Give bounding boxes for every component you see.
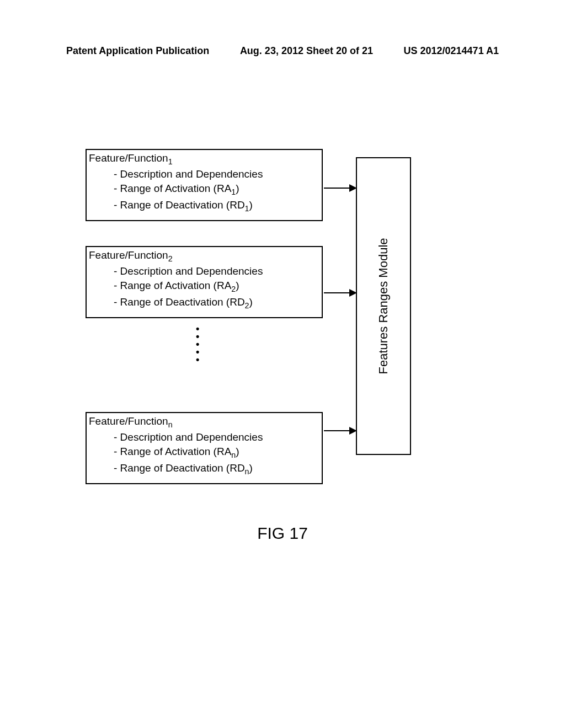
feature-2-item-2: - Range of Activation (RA2) <box>114 279 317 295</box>
features-ranges-module-box: Features Ranges Module <box>356 157 411 455</box>
feature-box-1: Feature/Function1 - Description and Depe… <box>86 149 323 221</box>
feature-items-1: - Description and Dependencies - Range o… <box>89 167 317 215</box>
feature-1-item-2: - Range of Activation (RA1) <box>114 181 317 198</box>
feature-1-item-3: - Range of Deactivation (RD1) <box>114 198 317 215</box>
arrow-3 <box>324 430 356 431</box>
figure-label: FIG 17 <box>257 524 308 543</box>
page-header: Patent Application Publication Aug. 23, … <box>0 45 565 57</box>
feature-items-n: - Description and Dependencies - Range o… <box>89 430 317 478</box>
feature-box-2: Feature/Function2 - Description and Depe… <box>86 246 323 318</box>
feature-box-n: Feature/Functionn - Description and Depe… <box>86 412 323 484</box>
feature-2-item-3: - Range of Deactivation (RD2) <box>114 295 317 312</box>
features-ranges-module-label: Features Ranges Module <box>376 238 391 374</box>
feature-2-item-1: - Description and Dependencies <box>114 264 317 279</box>
feature-items-2: - Description and Dependencies - Range o… <box>89 264 317 312</box>
feature-title-2: Feature/Function2 <box>89 249 317 263</box>
arrow-1 <box>324 188 356 189</box>
header-right: US 2012/0214471 A1 <box>404 45 499 57</box>
feature-title-1: Feature/Function1 <box>89 152 317 166</box>
feature-n-item-3: - Range of Deactivation (RDn) <box>114 461 317 478</box>
feature-1-item-1: - Description and Dependencies <box>114 167 317 182</box>
header-left: Patent Application Publication <box>66 45 209 57</box>
feature-n-item-2: - Range of Activation (RAn) <box>114 445 317 461</box>
feature-title-n: Feature/Functionn <box>89 415 317 429</box>
feature-n-item-1: - Description and Dependencies <box>114 430 317 445</box>
arrow-2 <box>324 292 356 293</box>
header-center: Aug. 23, 2012 Sheet 20 of 21 <box>240 45 373 57</box>
